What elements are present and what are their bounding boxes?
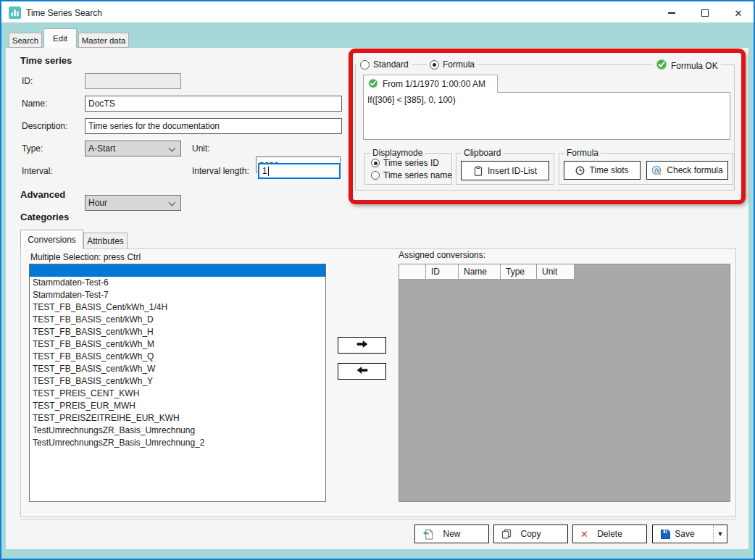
copy-icon	[501, 529, 512, 539]
maximize-icon	[701, 9, 709, 17]
description-label: Description:	[22, 121, 67, 131]
copy-button[interactable]: Copy	[493, 525, 568, 543]
formula-ok-label: Formula OK	[671, 61, 718, 71]
interval-label: Interval:	[22, 166, 53, 176]
from-tab-label: From 1/1/1970 1:00:00 AM	[383, 79, 485, 89]
interval-length-field[interactable]: 1	[258, 163, 341, 179]
categories-heading: Categories	[20, 212, 69, 222]
maximize-button[interactable]	[688, 3, 722, 23]
list-item[interactable]: Stammdaten-Test-7	[30, 289, 325, 301]
app-icon	[9, 7, 21, 19]
radio-icon	[371, 171, 380, 180]
tab-edit[interactable]: Edit	[43, 28, 77, 48]
tab-master-data[interactable]: Master data	[78, 33, 129, 48]
clipboard-groupbox: Clipboard Insert ID-List	[456, 153, 554, 185]
unit-label: Unit:	[192, 143, 210, 154]
grid-header-cell[interactable]: ID	[426, 264, 459, 280]
svg-text:fx: fx	[654, 167, 660, 173]
list-item[interactable]: TEST_FB_BASIS_cent/kWh_W	[30, 363, 325, 375]
arrow-left-icon	[356, 366, 369, 377]
formula-textarea[interactable]: If([306] < [385], 0, 100)	[363, 92, 730, 140]
button-bar-divider	[20, 519, 736, 520]
list-item[interactable]: TEST_PREIS_CENT_KWH	[30, 388, 325, 400]
time-series-id-radio[interactable]: Time series ID	[368, 158, 442, 168]
interval-dropdown[interactable]: Hour	[85, 195, 181, 211]
radio-checked-icon	[430, 60, 439, 70]
name-field[interactable]: DocTS	[85, 96, 342, 112]
close-button[interactable]: ✕	[722, 3, 755, 23]
time-slots-button[interactable]: Time slots	[564, 161, 641, 180]
list-item[interactable]: TEST_FB_BASIS_cent/kWh_M	[30, 338, 325, 351]
type-dropdown[interactable]: A-Start	[85, 141, 181, 156]
time-series-heading: Time series	[20, 55, 72, 66]
check-circle-icon	[656, 59, 667, 72]
delete-button[interactable]: ✕ Delete	[572, 525, 647, 543]
formula-radio[interactable]: Formula	[427, 59, 477, 70]
close-icon: ✕	[735, 8, 743, 19]
remove-conversion-button[interactable]	[338, 363, 386, 380]
grid-header-row: IDNameTypeUnit	[399, 264, 730, 280]
list-item[interactable]: TEST_PREIS_EUR_MWH	[30, 400, 325, 412]
list-item[interactable]: TEST_FB_BASIS_cent/kWh_Y	[30, 375, 325, 388]
list-item[interactable]: TEST_FB_BASIS_cent/kWh_D	[30, 314, 325, 326]
formula-ok-status: Formula OK	[653, 59, 721, 72]
tab-conversions[interactable]: Conversions	[20, 230, 83, 249]
multiple-selection-hint: Multiple Selection: press Ctrl	[30, 252, 141, 262]
save-floppy-icon	[660, 529, 671, 540]
assign-conversion-button[interactable]	[338, 337, 386, 354]
check-formula-button[interactable]: fx Check formula	[646, 161, 728, 180]
assigned-conversions-grid[interactable]: IDNameTypeUnit	[399, 264, 730, 502]
grid-header-cell[interactable]: Unit	[537, 264, 575, 280]
title-bar: Time Series Search ✕	[1, 1, 754, 22]
fx-check-icon: fx	[651, 165, 662, 176]
radio-icon	[360, 60, 370, 70]
formula-groupbox: Formula Time slots fx Check formula	[559, 153, 733, 185]
list-item[interactable]: TEST_FB_BASIS_cent/kWh_Q	[30, 351, 325, 363]
radio-checked-icon	[371, 159, 380, 167]
arrow-right-icon	[356, 340, 369, 351]
chevron-down-icon	[169, 199, 176, 206]
list-item[interactable]: TEST_FB_BASIS_cent/kWh_H	[30, 326, 325, 338]
text-cursor	[268, 167, 269, 176]
grid-header-cell[interactable]: Name	[459, 264, 501, 280]
standard-radio[interactable]: Standard	[357, 59, 412, 70]
time-series-name-radio[interactable]: Time series name	[368, 170, 455, 180]
list-item[interactable]: TEST_FB_BASIS_Cent/kWh_1/4H	[30, 301, 325, 314]
minimize-button[interactable]	[655, 3, 688, 23]
insert-id-list-button[interactable]: Insert ID-List	[461, 161, 549, 180]
grid-header-cell[interactable]	[399, 264, 426, 280]
type-label: Type:	[22, 143, 43, 154]
interval-length-label: Interval length:	[192, 166, 249, 176]
displaymode-groupbox: Displaymode Time series ID Time series n…	[364, 153, 452, 185]
grid-header-cell[interactable]: Type	[501, 264, 537, 280]
list-item[interactable]: TestUmrechnungsZR_Basis_Umrechnung	[30, 425, 325, 437]
tab-search[interactable]: Search	[9, 33, 42, 48]
clock-icon	[575, 166, 585, 175]
id-field	[85, 73, 181, 89]
description-field[interactable]: Time series for the documentation	[85, 118, 342, 134]
list-item[interactable]	[30, 264, 325, 277]
save-button[interactable]: Save ▼	[652, 525, 727, 543]
advanced-heading: Advanced	[20, 189, 65, 200]
window-title: Time Series Search	[26, 8, 102, 18]
displaymode-label: Displaymode	[370, 148, 425, 158]
formula-from-tab[interactable]: From 1/1/1970 1:00:00 AM	[363, 75, 498, 93]
minimize-icon	[668, 12, 675, 14]
name-label: Name:	[22, 99, 47, 109]
new-button[interactable]: New	[414, 525, 489, 543]
tab-attributes[interactable]: Attributes	[83, 233, 128, 248]
assigned-conversions-label: Assigned conversions:	[399, 250, 485, 260]
list-item[interactable]: TEST_PREISZEITREIHE_EUR_KWH	[30, 412, 325, 425]
clipboard-icon	[473, 166, 483, 176]
new-document-icon	[422, 529, 433, 540]
chevron-down-icon	[169, 145, 176, 152]
id-label: ID:	[22, 76, 33, 86]
app-window: Time Series Search ✕ Search Edit Master …	[0, 0, 755, 560]
delete-x-icon: ✕	[580, 529, 588, 540]
save-dropdown-caret[interactable]: ▼	[713, 525, 727, 543]
formula-group-label: Formula	[564, 148, 601, 158]
check-circle-icon	[368, 78, 378, 91]
conversions-listbox[interactable]: Stammdaten-Test-6Stammdaten-Test-7TEST_F…	[29, 264, 326, 502]
list-item[interactable]: TestUmrechnungsZR_Basis_Umrechnung_2	[30, 437, 325, 449]
list-item[interactable]: Stammdaten-Test-6	[30, 277, 325, 289]
